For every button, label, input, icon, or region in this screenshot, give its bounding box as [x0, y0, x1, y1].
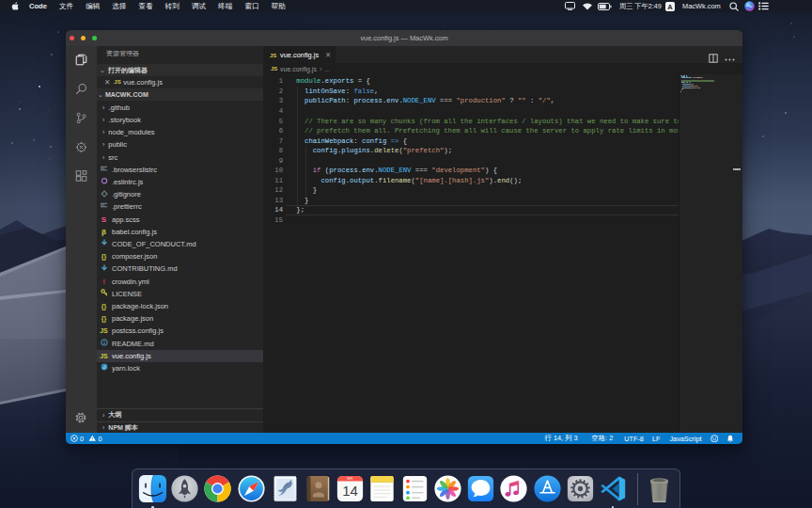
svg-text:A: A	[667, 2, 673, 10]
svg-text:14: 14	[342, 483, 358, 499]
svg-text:9月: 9月	[347, 476, 353, 481]
